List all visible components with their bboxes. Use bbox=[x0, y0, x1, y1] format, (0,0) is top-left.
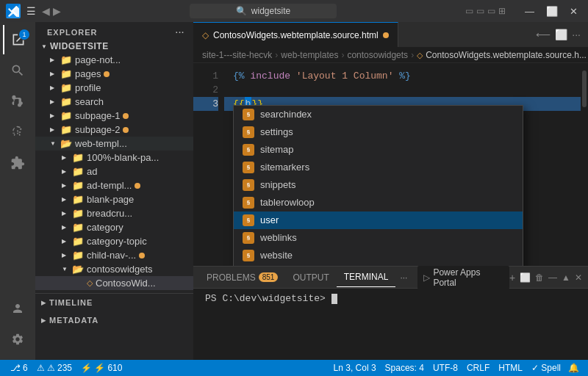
tree-root[interactable]: ▼ WIDGETSITE bbox=[35, 40, 193, 53]
terminal-content[interactable]: PS C:\dev\widgetsite> bbox=[193, 289, 588, 360]
item-label: ContosoWid... bbox=[96, 278, 156, 289]
status-notification[interactable]: 🔔 bbox=[565, 363, 582, 373]
activity-settings[interactable] bbox=[3, 325, 32, 354]
tree-item-contoso-file[interactable]: ◇ ContosoWid... bbox=[35, 276, 193, 290]
ac-snippet-icon: § bbox=[243, 126, 254, 138]
tree-item-subpage1[interactable]: ▶ 📁 subpage-1 bbox=[35, 109, 193, 123]
ac-item-settings[interactable]: § settings bbox=[234, 123, 523, 141]
tree-item-pages[interactable]: ▶ 📁 pages bbox=[35, 67, 193, 81]
notification-icon: 🔔 bbox=[568, 363, 579, 373]
activity-search[interactable] bbox=[3, 56, 32, 85]
panel-close-icon[interactable]: ✕ bbox=[575, 272, 582, 283]
tree-item-web-templates[interactable]: ▼ 📂 web-templ... bbox=[35, 137, 193, 151]
nav-forward[interactable]: ▶ bbox=[53, 5, 61, 17]
search-bar[interactable]: 🔍 widgetsite bbox=[190, 4, 337, 18]
item-label: search bbox=[75, 96, 104, 107]
ac-item-assign[interactable]: assign Tag assign bbox=[234, 264, 523, 266]
ac-item-weblinks[interactable]: § weblinks bbox=[234, 229, 523, 247]
ac-item-sitemap[interactable]: § sitemap bbox=[234, 141, 523, 159]
status-warnings[interactable]: ⚡ ⚡ 610 bbox=[76, 363, 126, 373]
tree-item-contosowidgets[interactable]: ▼ 📂 contosowidgets bbox=[35, 262, 193, 276]
activity-source-control[interactable] bbox=[3, 87, 32, 116]
tree-item-blank-page[interactable]: ▶ 📁 blank-page bbox=[35, 192, 193, 206]
status-encoding[interactable]: UTF-8 bbox=[429, 363, 462, 373]
minimize-btn[interactable]: — bbox=[520, 4, 539, 18]
ac-item-website[interactable]: § website bbox=[234, 247, 523, 264]
panel-expand-icon[interactable]: ▲ bbox=[562, 272, 570, 283]
root-label: WIDGETSITE bbox=[50, 41, 109, 51]
active-tab[interactable]: ◇ ContosoWidgets.webtemplate.source.html bbox=[193, 22, 398, 47]
item-label: subpage-1 bbox=[75, 110, 120, 121]
status-spaces[interactable]: Spaces: 4 bbox=[381, 363, 429, 373]
status-line-ending[interactable]: CRLF bbox=[462, 363, 494, 373]
ac-item-user[interactable]: § user bbox=[234, 212, 523, 229]
tree-item-page-not[interactable]: ▶ 📁 page-not... bbox=[35, 53, 193, 67]
status-position[interactable]: Ln 3, Col 3 bbox=[329, 363, 381, 373]
section-timeline[interactable]: ▶ TIMELINE bbox=[35, 293, 193, 311]
tree-item-profile[interactable]: ▶ 📁 profile bbox=[35, 81, 193, 95]
ac-label: user bbox=[260, 213, 279, 228]
tree-item-child-nav[interactable]: ▶ 📁 child-nav-... bbox=[35, 248, 193, 262]
panel-trash-icon[interactable]: 🗑 bbox=[535, 272, 544, 283]
split-editor-icon[interactable]: ⟵ bbox=[536, 29, 551, 40]
ac-item-searchindex[interactable]: § searchindex bbox=[234, 106, 523, 123]
activity-accounts[interactable] bbox=[3, 294, 32, 323]
status-errors[interactable]: ⚠ ⚠ 235 bbox=[32, 363, 76, 373]
autocomplete-dropdown[interactable]: § searchindex § settings § sitemap § sit… bbox=[233, 105, 523, 266]
error-count: ⚠ 235 bbox=[47, 363, 72, 373]
tree-item-search[interactable]: ▶ 📁 search bbox=[35, 95, 193, 109]
panel-add-icon[interactable]: + bbox=[509, 272, 515, 283]
ac-item-snippets[interactable]: § snippets bbox=[234, 176, 523, 194]
item-label: profile bbox=[75, 82, 101, 93]
ac-label: settings bbox=[260, 125, 293, 140]
status-language[interactable]: HTML bbox=[494, 363, 527, 373]
tree-item-ad[interactable]: ▶ 📁 ad bbox=[35, 164, 193, 178]
sidebar-more-icon[interactable]: ··· bbox=[176, 28, 184, 37]
panel-more[interactable]: ··· bbox=[395, 268, 412, 287]
status-bar: ⎇ 6 ⚠ ⚠ 235 ⚡ ⚡ 610 Ln 3, Col 3 Spaces: … bbox=[0, 360, 588, 376]
status-spell[interactable]: ✓ Spell bbox=[527, 363, 565, 373]
item-label: contosowidgets bbox=[87, 264, 153, 275]
close-btn[interactable]: ✕ bbox=[565, 4, 582, 18]
ac-item-sitemarkers[interactable]: § sitemarkers bbox=[234, 159, 523, 176]
scrollbar-thumb[interactable] bbox=[582, 70, 587, 107]
sidebar-title: EXPLORER bbox=[47, 28, 98, 37]
activity-extensions[interactable] bbox=[3, 148, 32, 178]
tree-item-blank[interactable]: ▶ 📁 100%-blank-pa... bbox=[35, 151, 193, 164]
tree-item-category-topic[interactable]: ▶ 📁 category-topic bbox=[35, 234, 193, 248]
code-editor: 1 2 3 {% include 'Layout 1 Column' %} {{… bbox=[193, 63, 588, 266]
tab-modified-dot bbox=[383, 32, 389, 38]
activity-explorer[interactable]: 1 bbox=[3, 25, 32, 54]
tree-item-subpage2[interactable]: ▶ 📁 subpage-2 bbox=[35, 123, 193, 137]
status-git[interactable]: ⎇ 6 bbox=[6, 363, 32, 373]
item-label: 100%-blank-pa... bbox=[87, 152, 159, 163]
editor-more-icon[interactable]: ··· bbox=[572, 29, 581, 40]
panel-tab-terminal[interactable]: TERMINAL bbox=[337, 267, 396, 287]
power-apps-btn[interactable]: ▷ Power Apps Portal bbox=[417, 266, 509, 289]
activity-debug[interactable] bbox=[3, 118, 32, 147]
panel-tab-output[interactable]: OUTPUT bbox=[285, 268, 336, 287]
section-metadata[interactable]: ▶ METADATA bbox=[35, 311, 193, 329]
ac-label: sitemarkers bbox=[260, 160, 309, 175]
tree-item-category[interactable]: ▶ 📁 category bbox=[35, 220, 193, 234]
problems-badge: 851 bbox=[259, 272, 279, 282]
nav-back[interactable]: ◀ bbox=[42, 5, 50, 17]
panel-minimize-icon[interactable]: — bbox=[548, 272, 557, 283]
ac-label: website bbox=[260, 248, 293, 263]
breadcrumb-sep: › bbox=[275, 50, 278, 60]
item-label: web-templ... bbox=[75, 138, 127, 149]
panel-split-icon[interactable]: ⬜ bbox=[520, 272, 531, 283]
layout-icon-3: ▭ bbox=[487, 6, 495, 16]
title-bar: ☰ ◀ ▶ 🔍 widgetsite ▭ ▭ ▭ ⊞ — ⬜ ✕ bbox=[0, 0, 588, 22]
tree-item-ad-templ[interactable]: ▶ 📁 ad-templ... bbox=[35, 178, 193, 192]
window-controls: ▭ ▭ ▭ ⊞ — ⬜ ✕ bbox=[465, 4, 582, 18]
activity-bar: 1 bbox=[0, 22, 35, 360]
ac-item-tablerowloop[interactable]: § tablerowloop bbox=[234, 194, 523, 212]
editor-layout-icon[interactable]: ⬜ bbox=[555, 29, 567, 40]
scrollbar-track[interactable] bbox=[581, 63, 588, 266]
app-body: 1 EXPLORER ·· bbox=[0, 22, 588, 360]
hamburger-menu[interactable]: ☰ bbox=[26, 5, 36, 17]
panel-tab-problems[interactable]: PROBLEMS 851 bbox=[199, 268, 285, 287]
tree-item-breadcrumb[interactable]: ▶ 📁 breadcru... bbox=[35, 206, 193, 220]
maximize-btn[interactable]: ⬜ bbox=[542, 4, 562, 18]
